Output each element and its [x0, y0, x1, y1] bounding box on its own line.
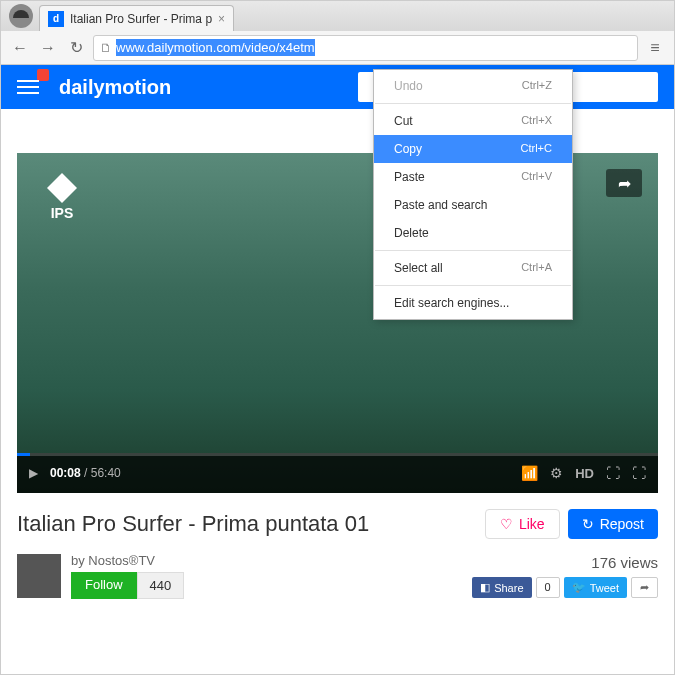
hd-button[interactable]: HD [575, 466, 594, 481]
url-text: www.dailymotion.com/video/x4etm [116, 39, 315, 56]
menu-item-edit-search-engines-[interactable]: Edit search engines... [374, 289, 572, 317]
player-controls: ▶ 00:08 / 56:40 📶 ⚙ HD ⛶ ⛶ [17, 453, 658, 493]
site-logo[interactable]: dailymotion [59, 76, 171, 99]
share-arrow-button[interactable]: ➦ [631, 577, 658, 598]
facebook-count: 0 [536, 577, 560, 598]
watermark-logo: IPS [37, 173, 87, 223]
view-count: 176 views [472, 554, 658, 571]
hamburger-button[interactable] [17, 73, 45, 101]
video-header: Italian Pro Surfer - Prima puntata 01 ♡ … [17, 509, 658, 539]
settings-icon[interactable]: ⚙ [550, 465, 563, 481]
progress-bar[interactable] [17, 453, 658, 456]
menu-button[interactable]: ≡ [644, 37, 666, 59]
theater-icon[interactable]: ⛶ [606, 465, 620, 481]
current-time: 00:08 [50, 466, 81, 480]
menu-item-paste-and-search[interactable]: Paste and search [374, 191, 572, 219]
forward-button[interactable]: → [37, 37, 59, 59]
menu-item-select-all[interactable]: Select allCtrl+A [374, 254, 572, 282]
facebook-share-button[interactable]: ◧ Share [472, 577, 531, 598]
play-button[interactable]: ▶ [29, 466, 38, 480]
menu-separator [375, 103, 571, 104]
tweet-button[interactable]: 🐦 Tweet [564, 577, 627, 598]
menu-separator [375, 285, 571, 286]
context-menu: UndoCtrl+ZCutCtrl+XCopyCtrl+CPasteCtrl+V… [373, 69, 573, 320]
incognito-icon [9, 4, 33, 28]
video-title: Italian Pro Surfer - Prima puntata 01 [17, 511, 369, 537]
page-icon: 🗋 [100, 41, 112, 55]
menu-item-paste[interactable]: PasteCtrl+V [374, 163, 572, 191]
volume-icon[interactable]: 📶 [521, 465, 538, 481]
menu-item-delete[interactable]: Delete [374, 219, 572, 247]
menu-item-undo: UndoCtrl+Z [374, 72, 572, 100]
back-button[interactable]: ← [9, 37, 31, 59]
address-bar[interactable]: 🗋 www.dailymotion.com/video/x4etm [93, 35, 638, 61]
repost-button[interactable]: ↻ Repost [568, 509, 658, 539]
fullscreen-icon[interactable]: ⛶ [632, 465, 646, 481]
share-button[interactable]: ➦ [606, 169, 642, 197]
avatar[interactable] [17, 554, 61, 598]
channel-row: by Nostos®TV Follow 440 176 views ◧ Shar… [17, 553, 658, 599]
follow-button[interactable]: Follow [71, 572, 137, 599]
site-header: dailymotion [1, 65, 674, 109]
menu-item-cut[interactable]: CutCtrl+X [374, 107, 572, 135]
browser-toolbar: ← → ↻ 🗋 www.dailymotion.com/video/x4etm … [1, 31, 674, 65]
duration: 56:40 [91, 466, 121, 480]
channel-name[interactable]: by Nostos®TV [71, 553, 184, 568]
menu-separator [375, 250, 571, 251]
tab-title: Italian Pro Surfer - Prima p [70, 12, 212, 26]
menu-item-copy[interactable]: CopyCtrl+C [374, 135, 572, 163]
follow-count: 440 [137, 572, 185, 599]
like-button[interactable]: ♡ Like [485, 509, 560, 539]
reload-button[interactable]: ↻ [65, 37, 87, 59]
browser-tab[interactable]: d Italian Pro Surfer - Prima p × [39, 5, 234, 31]
close-icon[interactable]: × [218, 12, 225, 26]
browser-titlebar: d Italian Pro Surfer - Prima p × [1, 1, 674, 31]
favicon: d [48, 11, 64, 27]
